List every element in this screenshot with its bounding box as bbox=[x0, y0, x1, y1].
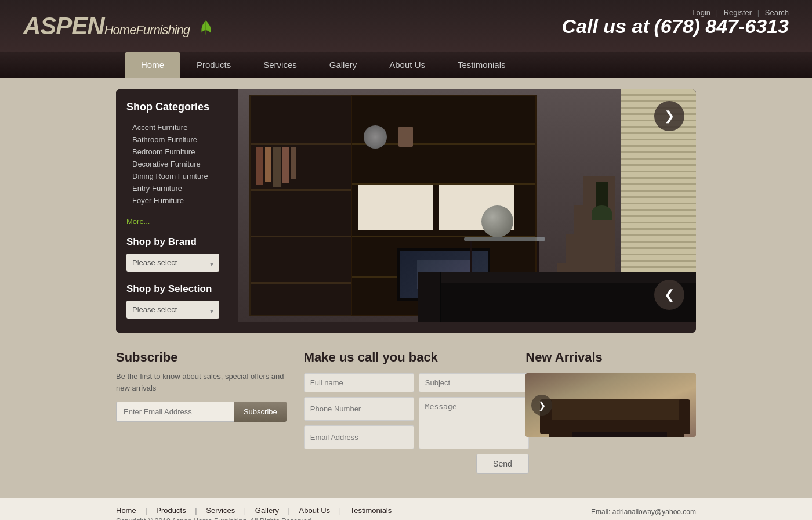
footer-left: Home | Products | Services | Gallery | A… bbox=[116, 506, 397, 520]
shop-categories-title: Shop Categories bbox=[126, 101, 227, 113]
email-input[interactable] bbox=[116, 402, 234, 422]
footer-services-link[interactable]: Services bbox=[206, 506, 235, 515]
footer-inner: Home | Products | Services | Gallery | A… bbox=[116, 506, 696, 520]
category-bathroom[interactable]: Bathroom Furniture bbox=[126, 133, 227, 146]
category-list: Accent Furniture Bathroom Furniture Bedr… bbox=[126, 121, 227, 207]
category-accent[interactable]: Accent Furniture bbox=[126, 121, 227, 133]
brand-select-wrapper: Please select bbox=[126, 254, 219, 274]
main-wrapper: Shop Categories Accent Furniture Bathroo… bbox=[116, 78, 696, 497]
send-button-wrap: Send bbox=[419, 454, 529, 474]
category-decorative[interactable]: Decorative Furniture bbox=[126, 158, 227, 170]
phone-input[interactable] bbox=[304, 397, 414, 421]
callback-email-input[interactable] bbox=[304, 425, 414, 449]
nav-about[interactable]: About Us bbox=[373, 52, 441, 78]
category-entry[interactable]: Entry Furniture bbox=[126, 182, 227, 194]
footer: Home | Products | Services | Gallery | A… bbox=[0, 497, 812, 520]
category-foyer[interactable]: Foyer Furniture bbox=[126, 194, 227, 207]
footer-email: Email: adrianalloway@yahoo.com bbox=[500, 506, 696, 519]
sphere bbox=[481, 205, 513, 237]
logo-area: ASPENHomeFurnishing bbox=[23, 12, 214, 40]
arrivals-section: New Arrivals ❯ bbox=[525, 350, 696, 474]
footer-home-link[interactable]: Home bbox=[116, 506, 136, 515]
top-links: Login | Register | Search bbox=[692, 8, 789, 17]
selection-select[interactable]: Please select bbox=[126, 301, 219, 319]
callback-title: Make us call you back bbox=[304, 350, 509, 365]
logo-furnishing: HomeFurnishing bbox=[104, 23, 190, 37]
main-nav: Home Products Services Gallery About Us … bbox=[0, 52, 812, 78]
fullname-input[interactable] bbox=[304, 373, 414, 392]
footer-contact: Email: adrianalloway@yahoo.com SnailMail… bbox=[500, 506, 696, 520]
content-area: Shop Categories Accent Furniture Bathroo… bbox=[116, 89, 696, 333]
bottom-section: Subscribe Be the first to know about sal… bbox=[116, 350, 696, 474]
footer-products-link[interactable]: Products bbox=[156, 506, 186, 515]
furniture-scene bbox=[238, 89, 696, 322]
nav-products[interactable]: Products bbox=[180, 52, 247, 78]
coffee-table bbox=[572, 430, 667, 437]
search-link[interactable]: Search bbox=[765, 8, 789, 17]
nav-gallery[interactable]: Gallery bbox=[313, 52, 374, 78]
prev-button[interactable]: ❮ bbox=[654, 280, 684, 310]
slider-area: ❯ ❮ bbox=[238, 89, 696, 333]
leaf-icon bbox=[198, 20, 214, 36]
message-textarea[interactable] bbox=[419, 397, 529, 449]
callback-section: Make us call you back Send bbox=[304, 350, 509, 474]
category-bedroom[interactable]: Bedroom Furniture bbox=[126, 146, 227, 158]
subscribe-button[interactable]: Subscribe bbox=[234, 402, 287, 422]
subject-input[interactable] bbox=[419, 373, 529, 392]
subscribe-desc: Be the first to know about sales, specia… bbox=[116, 371, 287, 393]
plant bbox=[592, 182, 612, 220]
logo-aspen: ASPEN bbox=[23, 12, 104, 39]
login-link[interactable]: Login bbox=[692, 8, 710, 17]
subscribe-form: Subscribe bbox=[116, 402, 287, 422]
slider-image: ❯ ❮ bbox=[238, 89, 696, 322]
brand-select[interactable]: Please select bbox=[126, 254, 219, 272]
glass-table bbox=[464, 237, 545, 272]
sofa-arm-right bbox=[679, 399, 690, 434]
phone-display: Call us at (678) 847-6313 bbox=[562, 15, 789, 38]
header: ASPENHomeFurnishing Call us at (678) 847… bbox=[0, 0, 812, 52]
footer-copyright: Copyright © 2010 Aspen Home Furnishing. … bbox=[116, 517, 397, 520]
send-button[interactable]: Send bbox=[476, 454, 529, 474]
more-categories-link[interactable]: More... bbox=[126, 217, 227, 226]
shop-by-selection-title: Shop by Selection bbox=[126, 283, 227, 295]
call-us-prefix: Call us at bbox=[562, 15, 650, 37]
bookcase-left bbox=[249, 95, 354, 316]
sidebar: Shop Categories Accent Furniture Bathroo… bbox=[116, 89, 238, 333]
subscribe-section: Subscribe Be the first to know about sal… bbox=[116, 350, 287, 474]
footer-nav: Home | Products | Services | Gallery | A… bbox=[116, 506, 397, 515]
footer-testimonials-link[interactable]: Testimonials bbox=[350, 506, 392, 515]
arrivals-nav-btn[interactable]: ❯ bbox=[531, 395, 552, 416]
callback-form-grid: Send bbox=[304, 373, 509, 474]
register-link[interactable]: Register bbox=[724, 8, 752, 17]
nav-services[interactable]: Services bbox=[247, 52, 313, 78]
phone-number: (678) 847-6313 bbox=[654, 15, 789, 37]
next-button[interactable]: ❯ bbox=[654, 101, 684, 131]
arrivals-image-wrap: ❯ bbox=[525, 373, 696, 437]
category-dining[interactable]: Dining Room Furniture bbox=[126, 170, 227, 182]
logo-text: ASPENHomeFurnishing bbox=[23, 12, 214, 40]
phone-area: Call us at (678) 847-6313 bbox=[562, 15, 789, 38]
subscribe-title: Subscribe bbox=[116, 350, 287, 365]
nav-testimonials[interactable]: Testimonials bbox=[441, 52, 522, 78]
footer-gallery-link[interactable]: Gallery bbox=[255, 506, 279, 515]
shop-by-brand-title: Shop by Brand bbox=[126, 236, 227, 248]
nav-home[interactable]: Home bbox=[125, 52, 180, 78]
footer-about-link[interactable]: About Us bbox=[299, 506, 330, 515]
arrivals-title: New Arrivals bbox=[525, 350, 696, 365]
selection-select-wrapper: Please select bbox=[126, 301, 219, 321]
